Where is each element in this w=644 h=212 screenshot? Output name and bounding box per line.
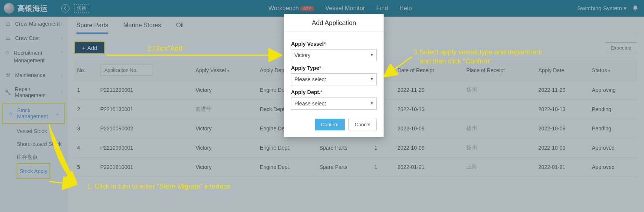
- apply-vessel-select[interactable]: Victory: [291, 49, 377, 61]
- cancel-button[interactable]: Cancel: [348, 119, 377, 130]
- label-apply-type: Apply Type*: [291, 65, 377, 71]
- annotation-3: 3.Select apply vessel,type and departmen…: [414, 48, 542, 66]
- apply-type-select[interactable]: Please select: [291, 73, 377, 85]
- annotation-2: 2.Click"Add": [147, 45, 185, 53]
- annotation-1: 1. Click in turn to enter "Store Migrate…: [87, 183, 231, 190]
- modal-title: Add Application: [284, 14, 384, 32]
- confirm-button[interactable]: Confirm: [315, 119, 345, 130]
- label-apply-vessel: Apply Vessel*: [291, 41, 377, 47]
- add-application-modal: Add Application Apply Vessel* Victory Ap…: [284, 14, 384, 137]
- apply-dept-select[interactable]: Please select: [291, 97, 377, 110]
- label-apply-dept: Apply Dept.*: [291, 89, 377, 95]
